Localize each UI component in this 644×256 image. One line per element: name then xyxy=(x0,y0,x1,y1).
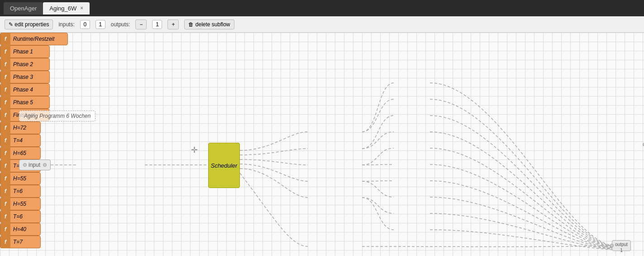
t4-label: T=4 xyxy=(13,137,23,144)
delete-subflow-label: 🗑 delete subflow xyxy=(188,21,230,28)
inputs-val1: 0 xyxy=(80,20,90,29)
t4-node[interactable]: f T=4 xyxy=(0,134,41,147)
t6b-node[interactable]: f T=6 xyxy=(0,210,41,223)
h55b-icon: f xyxy=(0,198,10,210)
runtime-icon: f xyxy=(0,33,10,45)
t7-label: T=7 xyxy=(13,239,23,245)
h40-node[interactable]: f H=40 xyxy=(0,223,41,236)
edit-properties-button[interactable]: ✎ edit properties xyxy=(5,19,53,29)
h55a-label: H=55 xyxy=(13,175,26,182)
t7-icon: f xyxy=(0,236,10,248)
h72-icon: f xyxy=(0,121,10,134)
inputs-label: inputs: xyxy=(58,21,74,28)
edit-properties-label: ✎ edit properties xyxy=(9,21,49,28)
h65-icon: f xyxy=(0,147,10,159)
comment-label: Aging Programm 6 Wochen xyxy=(24,113,91,119)
t4-icon: f xyxy=(0,134,10,147)
outputs-label: outputs: xyxy=(111,21,130,28)
t6b-icon: f xyxy=(0,210,10,223)
t7-node[interactable]: f T=7 xyxy=(0,236,41,248)
outputs-minus-button[interactable]: − xyxy=(135,19,147,29)
titlebar: OpenAger Aging_6W × xyxy=(0,0,644,16)
phase1-label: Phase 1 xyxy=(13,48,33,55)
h72-label: H=72 xyxy=(13,125,26,131)
move-icon[interactable]: ✛ xyxy=(191,145,198,155)
phase2-icon: f xyxy=(0,58,10,71)
h55a-icon: f xyxy=(0,172,10,185)
phase5-icon: f xyxy=(0,96,10,109)
tab-openager[interactable]: OpenAger xyxy=(4,2,43,14)
inputs-val2: 1 xyxy=(95,20,105,29)
phase5-label: Phase 5 xyxy=(13,99,33,106)
runtime-node[interactable]: f Runtime/Restzeit xyxy=(0,33,68,45)
delete-subflow-button[interactable]: 🗑 delete subflow xyxy=(184,19,234,29)
scheduler-label: Scheduler xyxy=(211,162,238,169)
phase5-node[interactable]: f Phase 5 xyxy=(0,96,50,109)
connections-svg: .conn { fill: none; stroke: #aaa; stroke… xyxy=(0,33,644,256)
input-label: input xyxy=(29,162,40,168)
h55a-node[interactable]: f H=55 xyxy=(0,172,41,185)
comment-node: Aging Programm 6 Wochen xyxy=(19,111,95,121)
output-in-connector xyxy=(610,244,614,247)
input-node[interactable]: input xyxy=(19,159,51,170)
h72-node[interactable]: f H=72 xyxy=(0,121,41,134)
input-right-connector xyxy=(43,163,47,167)
canvas[interactable]: .conn { fill: none; stroke: #aaa; stroke… xyxy=(0,33,644,256)
t6a-icon: f xyxy=(0,185,10,198)
phase2-label: Phase 2 xyxy=(13,61,33,68)
phase3-icon: f xyxy=(0,71,10,83)
phase2-node[interactable]: f Phase 2 xyxy=(0,58,50,71)
outputs-val: 1 xyxy=(152,20,162,29)
tab-aging6w[interactable]: Aging_6W × xyxy=(43,2,90,14)
t6b-label: T=6 xyxy=(13,213,23,220)
runtime-label: Runtime/Restzeit xyxy=(13,36,54,42)
h65-node[interactable]: f H=65 xyxy=(0,147,41,159)
h55b-node[interactable]: f H=55 xyxy=(0,198,41,210)
h40-label: H=40 xyxy=(13,226,26,232)
tab-openager-label: OpenAger xyxy=(10,5,37,12)
t5-icon: f xyxy=(0,159,10,172)
phase4-icon: f xyxy=(0,83,10,96)
phase3-label: Phase 3 xyxy=(13,74,33,80)
input-connector xyxy=(23,163,27,167)
scheduler-node[interactable]: Scheduler xyxy=(208,143,240,188)
t6a-node[interactable]: f T=6 xyxy=(0,185,41,198)
h55b-label: H=55 xyxy=(13,201,26,207)
tab-aging6w-label: Aging_6W xyxy=(49,5,76,12)
close-icon[interactable]: × xyxy=(80,5,83,11)
phase3-node[interactable]: f Phase 3 xyxy=(0,71,50,83)
output-label: output1 xyxy=(615,242,628,253)
finished-icon: f xyxy=(0,109,10,121)
phase4-node[interactable]: f Phase 4 xyxy=(0,83,50,96)
phase1-node[interactable]: f Phase 1 xyxy=(0,45,50,58)
h65-label: H=65 xyxy=(13,150,26,156)
phase1-icon: f xyxy=(0,45,10,58)
output-node[interactable]: output1 xyxy=(612,240,631,251)
t6a-label: T=6 xyxy=(13,188,23,194)
phase4-label: Phase 4 xyxy=(13,87,33,93)
outputs-plus-button[interactable]: + xyxy=(167,19,179,29)
toolbar: ✎ edit properties inputs: 0 1 outputs: −… xyxy=(0,16,644,33)
h40-icon: f xyxy=(0,223,10,236)
